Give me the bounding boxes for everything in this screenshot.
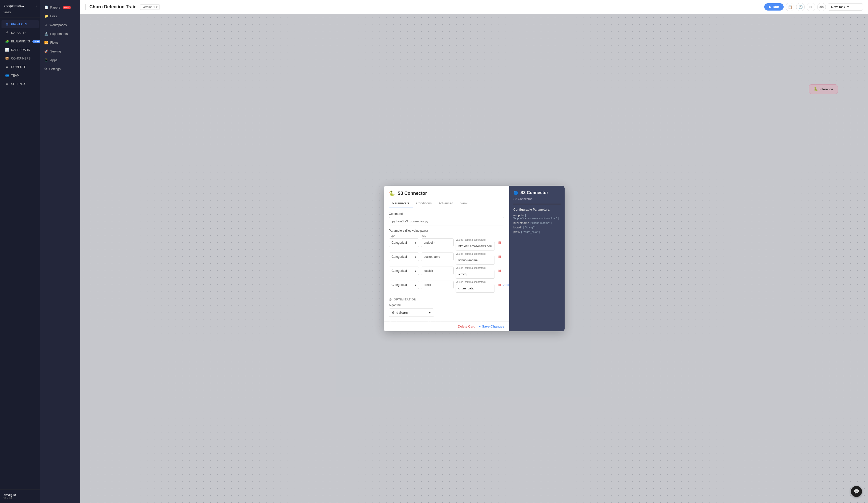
table-row: Categorical ▾ Values (comma separated) 🗑: [389, 266, 504, 279]
containers-icon: 📦: [5, 56, 9, 60]
table-row: Categorical ▾ Values (comma separated) 🗑: [389, 252, 504, 264]
secondary-item-serving[interactable]: 🚀 Serving: [40, 47, 80, 56]
papers-icon: 📄: [44, 6, 48, 9]
delete-card-button[interactable]: Delete Card: [458, 325, 475, 328]
list-item: localdir [ "/cnvrg" ]: [513, 226, 561, 229]
header-actions: ▶ Run 📋 🕐 ✂ </> New Task ▾: [764, 3, 863, 11]
values-input-1[interactable]: [456, 256, 495, 264]
modal-title: S3 Connector: [397, 191, 427, 196]
tab-yaml[interactable]: Yaml: [457, 199, 471, 208]
secondary-sidebar: 📄 Papers NEW📁 Files 🖥 Workspaces 🔬 Exper…: [40, 0, 80, 503]
algo-label: Algorithm: [389, 303, 504, 307]
header: Churn Detection Train Version 1 ▾ ▶ Run …: [80, 0, 868, 14]
delete-param-1[interactable]: 🗑: [497, 252, 502, 261]
optimization-header: ⊙ OPTIMIZATION: [389, 295, 504, 303]
right-panel-icon: 🔵: [513, 190, 518, 195]
chevron-icon: ▾: [415, 270, 416, 272]
modal-icon: 🐍: [389, 190, 395, 196]
run-button[interactable]: ▶ Run: [764, 3, 784, 11]
config-params-label: Configurable Parameters:: [513, 208, 561, 211]
type-select-1[interactable]: Categorical ▾: [389, 252, 419, 261]
key-input-2[interactable]: [421, 266, 454, 275]
modal-right-panel: 🔵 S3 Connector S3 Connector Configurable…: [509, 186, 565, 331]
param-rows: Categorical ▾ Values (comma separated) 🗑: [389, 239, 504, 293]
command-input[interactable]: [389, 217, 504, 226]
modal-right-title: 🔵 S3 Connector: [513, 190, 561, 195]
tab-advanced[interactable]: Advanced: [435, 199, 457, 208]
type-select-2[interactable]: Categorical ▾: [389, 266, 419, 275]
sidebar-nav: ⊞ PROJECTS 🗄 DATASETS 🧩 BLUEPRINTS BETA📊…: [0, 20, 40, 88]
secondary-item-settings[interactable]: ⚙ Settings: [40, 64, 80, 73]
sidebar-brand: blueprintsd... ‹: [0, 0, 40, 10]
algo-value: Grid Search: [392, 311, 410, 314]
tab-parameters[interactable]: Parameters: [389, 199, 413, 208]
chevron-down-icon: ▾: [156, 5, 157, 9]
param-row-1: Categorical ▾ Values (comma separated) 🗑: [389, 252, 504, 264]
chevron-icon: ▾: [415, 241, 416, 244]
values-input-0[interactable]: [456, 242, 495, 251]
snapshot-button[interactable]: 📋: [786, 3, 794, 11]
team-icon: 👥: [5, 74, 9, 77]
sidebar-item-containers[interactable]: 📦 CONTAINERS: [1, 54, 39, 63]
key-input-1[interactable]: [421, 252, 454, 261]
brand-bottom: cnvrg.io: [3, 493, 37, 497]
config-params: endpoint [ "http://s3.amazonaws.com/down…: [513, 214, 561, 233]
col-values: [456, 234, 494, 238]
blueprints-icon: 🧩: [5, 39, 9, 43]
optimization-title: OPTIMIZATION: [394, 298, 416, 301]
key-input-0[interactable]: [421, 239, 454, 247]
type-select-3[interactable]: Categorical ▾: [389, 281, 419, 289]
sidebar-item-datasets[interactable]: 🗄 DATASETS: [1, 29, 39, 37]
add-param-button[interactable]: Add: [502, 281, 509, 289]
modal-body: Command Parameters (Key value pairs) Typ…: [384, 208, 509, 321]
save-changes-button[interactable]: ● Save Changes: [479, 325, 504, 328]
secondary-item-papers[interactable]: 📄 Papers NEW: [40, 3, 80, 12]
sidebar-user: tanay.: [0, 10, 40, 18]
table-row: Categorical ▾ Values (comma separated) 🗑: [389, 239, 504, 251]
page-title: Churn Detection Train: [90, 4, 137, 10]
values-input-2[interactable]: [456, 270, 495, 279]
sidebar-item-dashboard[interactable]: 📊 DASHBOARD: [1, 46, 39, 54]
history-button[interactable]: 🕐: [796, 3, 805, 11]
task-selector[interactable]: New Task ▾: [828, 3, 863, 11]
param-header: Type Key: [389, 234, 504, 238]
back-icon[interactable]: ‹: [35, 3, 37, 8]
secondary-item-flows[interactable]: 🔀 Flows: [40, 38, 80, 47]
list-item: endpoint [ "http://s3.amazonaws.com/down…: [513, 214, 561, 220]
header-divider: [85, 4, 86, 10]
sidebar-bottom: cnvrg.io v4.7.43: [0, 489, 40, 503]
param-row-2: Categorical ▾ Values (comma separated) 🗑: [389, 266, 504, 279]
sidebar-item-projects[interactable]: ⊞ PROJECTS: [1, 20, 39, 28]
sidebar-item-team[interactable]: 👥 TEAM: [1, 71, 39, 80]
sidebar-item-settings[interactable]: ⚙ SETTINGS: [1, 80, 39, 88]
datasets-icon: 🗄: [5, 31, 9, 35]
modal-header: 🐍 S3 Connector: [384, 186, 509, 196]
version-selector[interactable]: Version 1 ▾: [140, 4, 160, 10]
values-input-3[interactable]: [456, 284, 495, 293]
key-input-3[interactable]: [421, 281, 454, 289]
tab-conditions[interactable]: Conditions: [413, 199, 435, 208]
delete-param-2[interactable]: 🗑: [497, 266, 502, 275]
secondary-item-apps[interactable]: 📱 Apps: [40, 56, 80, 64]
sidebar-item-blueprints[interactable]: 🧩 BLUEPRINTS BETA: [1, 37, 39, 45]
workspaces-icon: 🖥: [44, 23, 48, 27]
type-select-0[interactable]: Categorical ▾: [389, 239, 419, 247]
secondary-item-workspaces[interactable]: 🖥 Workspaces: [40, 21, 80, 29]
chevron-down-icon: ▾: [429, 311, 431, 314]
code-button[interactable]: </>: [817, 3, 826, 11]
play-icon: ▶: [769, 5, 771, 9]
delete-param-0[interactable]: 🗑: [497, 239, 502, 247]
flows-icon: 🔀: [44, 41, 48, 44]
secondary-item-files[interactable]: 📁 Files: [40, 12, 80, 21]
apps-icon: 📱: [44, 58, 48, 62]
modal-overlay: 🐍 S3 Connector ParametersConditionsAdvan…: [80, 14, 868, 503]
sidebar-item-compute[interactable]: ⚙ COMPUTE: [1, 63, 39, 71]
settings-button[interactable]: ✂: [807, 3, 815, 11]
settings-icon: ⚙: [44, 67, 47, 71]
param-row-3: Categorical ▾ Values (comma separated) 🗑…: [389, 281, 504, 293]
modal-footer: Delete Card ● Save Changes: [384, 321, 509, 331]
list-item: bucketname [ "libhub-readme" ]: [513, 221, 561, 224]
algo-select[interactable]: Grid Search ▾: [389, 308, 434, 317]
delete-param-3[interactable]: 🗑: [497, 281, 502, 289]
secondary-item-experiments[interactable]: 🔬 Experiments: [40, 29, 80, 38]
